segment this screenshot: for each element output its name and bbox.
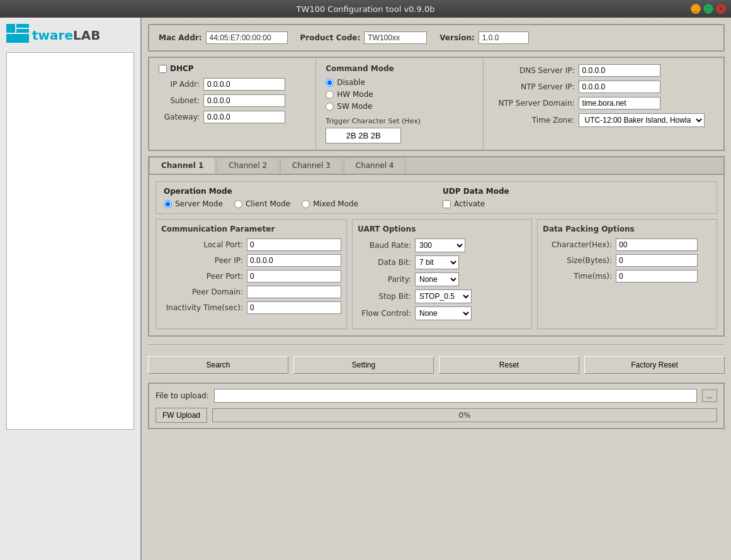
- time-row: Time(ms):: [543, 270, 711, 283]
- local-port-input[interactable]: [247, 238, 341, 251]
- timezone-row: Time Zone: UTC-12:00 Baker Island, Howla: [493, 113, 714, 127]
- close-button[interactable]: ✕: [716, 4, 726, 14]
- comm-param-title: Communication Parameter: [161, 225, 341, 233]
- browse-button[interactable]: ...: [702, 389, 717, 402]
- baud-rate-label: Baud Rate:: [358, 241, 411, 250]
- tab-channel1[interactable]: Channel 1: [149, 157, 215, 174]
- channel-tabs-container: Channel 1 Channel 2 Channel 3 Channel 4 …: [148, 156, 725, 337]
- time-label: Time(ms):: [543, 272, 612, 281]
- version-input[interactable]: [479, 31, 529, 44]
- search-button[interactable]: Search: [148, 356, 288, 374]
- network-panel: DHCP IP Addr: Subnet: Gateway: Command M…: [148, 57, 725, 151]
- ntp-ip-input[interactable]: [579, 81, 660, 93]
- ntp-domain-input[interactable]: [579, 97, 660, 109]
- char-hex-input[interactable]: [616, 238, 698, 251]
- parity-select[interactable]: NoneOddEven: [415, 272, 459, 286]
- flow-control-label: Flow Control:: [358, 309, 411, 318]
- udp-activate-label: Activate: [454, 199, 485, 208]
- size-input[interactable]: [616, 254, 698, 267]
- maximize-button[interactable]: □: [703, 4, 713, 14]
- product-code-group: Product Code:: [300, 31, 428, 44]
- reset-button[interactable]: Reset: [439, 356, 579, 374]
- mac-addr-group: Mac Addr:: [159, 31, 288, 44]
- divider: [148, 344, 725, 345]
- flow-control-select[interactable]: NoneRTS/CTSXON/XOFF: [415, 306, 472, 320]
- disable-radio-row: Disable: [326, 78, 473, 87]
- svg-rect-2: [16, 29, 29, 33]
- local-port-row: Local Port:: [161, 238, 341, 251]
- ip-section: DHCP IP Addr: Subnet: Gateway:: [149, 58, 315, 150]
- hwmode-radio[interactable]: [326, 91, 334, 99]
- trigger-input[interactable]: [326, 128, 401, 143]
- size-row: Size(Bytes):: [543, 254, 711, 267]
- fw-upload-button[interactable]: FW Upload: [156, 408, 207, 423]
- peer-port-input[interactable]: [247, 270, 341, 283]
- bottom-buttons: Search Setting Reset Factory Reset: [148, 352, 725, 378]
- timezone-select[interactable]: UTC-12:00 Baker Island, Howla: [579, 113, 705, 127]
- operation-mode-radios: Server Mode Client Mode Mixed Mode: [164, 199, 430, 208]
- subnet-label: Subnet:: [159, 96, 200, 105]
- disable-label: Disable: [337, 78, 365, 87]
- factory-reset-button[interactable]: Factory Reset: [584, 356, 725, 374]
- client-mode-row: Client Mode: [234, 199, 290, 208]
- data-packing-section: Data Packing Options Character(Hex): Siz…: [537, 219, 717, 329]
- tabs-header: Channel 1 Channel 2 Channel 3 Channel 4: [149, 157, 723, 175]
- disable-radio[interactable]: [326, 79, 334, 87]
- stop-bit-label: Stop Bit:: [358, 292, 411, 301]
- dhcp-label: DHCP: [170, 64, 194, 73]
- sidebar-device-list[interactable]: [6, 52, 134, 430]
- peer-domain-input[interactable]: [247, 286, 341, 298]
- command-mode-title: Command Mode: [326, 64, 473, 73]
- dhcp-checkbox[interactable]: [159, 65, 167, 73]
- parity-label: Parity:: [358, 275, 411, 284]
- file-upload-input[interactable]: [214, 389, 697, 403]
- mac-addr-input[interactable]: [206, 31, 288, 44]
- tab-channel4[interactable]: Channel 4: [344, 157, 406, 174]
- subnet-input[interactable]: [203, 94, 285, 107]
- stop-bit-select[interactable]: STOP_0.5STOP_1STOP_1.5STOP_2: [415, 289, 472, 303]
- server-mode-radio[interactable]: [164, 200, 172, 208]
- tab-channel3[interactable]: Channel 3: [280, 157, 343, 174]
- udp-mode-group: UDP Data Mode Activate: [443, 187, 709, 208]
- uart-options-section: UART Options Baud Rate: 30060012002400 4…: [352, 219, 532, 329]
- client-mode-radio[interactable]: [234, 200, 242, 208]
- baud-rate-select[interactable]: 30060012002400 480096001920038400 576001…: [415, 238, 465, 252]
- comm-param-section: Communication Parameter Local Port: Peer…: [156, 219, 347, 329]
- progress-bar: 0%: [212, 408, 717, 422]
- channel-params: Communication Parameter Local Port: Peer…: [156, 219, 717, 329]
- data-bit-row: Data Bit: 7 bit8 bit: [358, 255, 526, 269]
- uart-options-title: UART Options: [358, 225, 526, 233]
- trigger-label: Trigger Character Set (Hex): [326, 117, 473, 125]
- udp-activate-checkbox[interactable]: [443, 200, 451, 208]
- swmode-radio[interactable]: [326, 103, 334, 111]
- command-mode-section: Command Mode Disable HW Mode SW Mode: [315, 58, 482, 150]
- peer-port-row: Peer Port:: [161, 270, 341, 283]
- dns-row: DNS Server IP:: [493, 64, 714, 77]
- title-bar: TW100 Configuration tool v0.9.0b _ □ ✕: [0, 0, 731, 18]
- operation-mode-title: Operation Mode: [164, 187, 430, 196]
- ip-addr-input[interactable]: [203, 78, 285, 91]
- inactivity-input[interactable]: [247, 301, 341, 314]
- peer-domain-label: Peer Domain:: [161, 288, 243, 296]
- gateway-input[interactable]: [203, 111, 285, 123]
- setting-button[interactable]: Setting: [293, 356, 434, 374]
- dns-input[interactable]: [579, 64, 660, 77]
- operation-mode-group: Operation Mode Server Mode Client Mode: [164, 187, 430, 208]
- data-bit-select[interactable]: 7 bit8 bit: [415, 255, 459, 269]
- logo-icon: [6, 24, 29, 46]
- logo-text: twareLAB: [32, 28, 100, 43]
- mixed-mode-radio[interactable]: [302, 200, 310, 208]
- flow-control-row: Flow Control: NoneRTS/CTSXON/XOFF: [358, 306, 526, 320]
- hwmode-label: HW Mode: [337, 90, 373, 99]
- peer-ip-input[interactable]: [247, 254, 341, 267]
- minimize-button[interactable]: _: [691, 4, 701, 14]
- local-port-label: Local Port:: [161, 240, 243, 249]
- server-mode-label: Server Mode: [175, 199, 223, 208]
- fw-upload-row: FW Upload 0%: [156, 408, 717, 423]
- file-upload-row: File to upload: ...: [156, 389, 717, 403]
- subnet-row: Subnet:: [159, 94, 306, 107]
- time-input[interactable]: [616, 270, 698, 283]
- product-code-input[interactable]: [364, 31, 427, 44]
- tab-channel2[interactable]: Channel 2: [217, 157, 279, 174]
- udp-mode-title: UDP Data Mode: [443, 187, 709, 196]
